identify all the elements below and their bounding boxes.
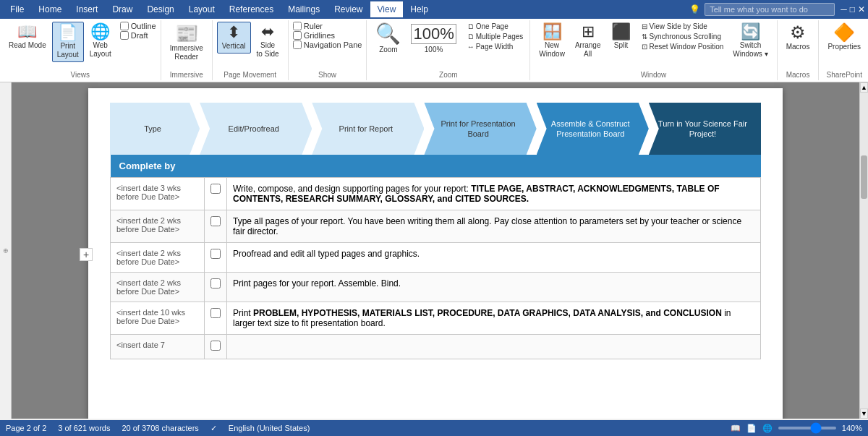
page-count: Page 2 of 2: [6, 424, 46, 433]
checkbox-3[interactable]: [210, 249, 221, 259]
vertical-button[interactable]: ⬍ Vertical: [217, 22, 251, 54]
check-cell-3[interactable]: [205, 243, 227, 273]
tab-review[interactable]: Review: [327, 1, 370, 17]
tab-file[interactable]: File: [3, 1, 31, 17]
multiple-pages-button[interactable]: 🗋 Multiple Pages: [465, 32, 526, 41]
zoom-group-label: Zoom: [439, 69, 458, 79]
new-window-label: NewWindow: [539, 41, 565, 59]
gridlines-check[interactable]: Gridlines: [293, 31, 362, 40]
checklist-table: Complete by <insert date 3 wks before Du…: [110, 155, 761, 359]
ribbon-group-sharepoint: 🔶 Properties SharePoint: [819, 20, 868, 80]
minimize-icon[interactable]: ─: [841, 4, 847, 14]
status-bar: Page 2 of 2 3 of 621 words 20 of 3708 ch…: [0, 420, 868, 436]
ruler-check[interactable]: Ruler: [293, 22, 362, 30]
scroll-thumb[interactable]: [861, 155, 867, 199]
step-print-report: Print for Report: [312, 103, 424, 155]
side-to-side-button[interactable]: ⬌ Sideto Side: [252, 22, 284, 61]
close-icon[interactable]: ✕: [858, 4, 865, 14]
table-row: <insert date 2 wks before Due Date> Type…: [111, 210, 761, 243]
reset-window-button[interactable]: ⊡ Reset Window Position: [639, 42, 726, 51]
new-window-button[interactable]: 🪟 NewWindow: [535, 22, 569, 61]
ribbon-search-area: 💡: [689, 3, 835, 16]
add-row-button[interactable]: +: [80, 248, 93, 261]
print-layout-label: PrintLayout: [57, 42, 79, 59]
check-cell-6[interactable]: [205, 335, 227, 359]
properties-icon: 🔶: [833, 24, 855, 41]
tab-references[interactable]: References: [222, 1, 281, 17]
checkbox-5[interactable]: [210, 308, 221, 318]
read-mode-button[interactable]: 📖 Read Mode: [4, 22, 51, 52]
outline-check[interactable]: Outline: [120, 22, 156, 30]
tab-view[interactable]: View: [370, 1, 404, 17]
draft-check[interactable]: Draft: [120, 31, 156, 40]
search-input[interactable]: [705, 3, 835, 16]
switch-windows-button[interactable]: 🔄 SwitchWindows ▾: [728, 22, 772, 61]
check-cell-2[interactable]: [205, 210, 227, 243]
ribbon-group-zoom: 🔍 Zoom 100% 100% 🗋 One Page 🗋 Multiple P…: [367, 20, 530, 80]
zoom-icon: 🔍: [375, 24, 401, 44]
check-cell-4[interactable]: [205, 273, 227, 302]
ribbon-group-window: 🪟 NewWindow ⊞ ArrangeAll ⬛ Split ⊟ View …: [530, 20, 777, 80]
vertical-scrollbar[interactable]: ▲ ▼: [859, 82, 868, 419]
scroll-down-arrow[interactable]: ▼: [860, 409, 868, 419]
ribbon-group-immersive: 📰 ImmersiveReader Immersive: [161, 20, 213, 80]
check-cell-1[interactable]: [205, 178, 227, 210]
synchronous-scrolling-button[interactable]: ⇅ Synchronous Scrolling: [639, 32, 726, 41]
page-width-button[interactable]: ↔ Page Width: [465, 42, 526, 51]
new-window-icon: 🪟: [542, 24, 562, 40]
zoom-button[interactable]: 🔍 Zoom: [371, 22, 405, 56]
tab-layout[interactable]: Layout: [182, 1, 222, 17]
view-mode-print-icon[interactable]: 📄: [746, 424, 757, 433]
zoom-slider[interactable]: [778, 427, 836, 429]
step-assemble: Assemble & Construct Presentation Board: [537, 103, 649, 155]
macros-button[interactable]: ⚙ Macros: [782, 22, 814, 54]
checkbox-2[interactable]: [210, 216, 221, 226]
navigation-pane-check[interactable]: Navigation Pane: [293, 40, 362, 49]
zoom-100-button[interactable]: 100% 100%: [407, 22, 460, 56]
sync-scroll-icon: ⇅: [642, 33, 647, 40]
tab-insert[interactable]: Insert: [69, 1, 105, 17]
window-group-label: Window: [641, 69, 667, 79]
status-left: Page 2 of 2 3 of 621 words 20 of 3708 ch…: [6, 424, 310, 433]
view-mode-read-icon[interactable]: 📖: [731, 424, 741, 433]
side-by-side-icon: ⊟: [642, 22, 647, 30]
properties-label: Properties: [827, 43, 861, 51]
one-page-icon: 🗋: [467, 22, 475, 30]
views-group-label: Views: [71, 69, 90, 79]
view-side-by-side-button[interactable]: ⊟ View Side by Side: [639, 22, 726, 31]
immersive-reader-button[interactable]: 📰 ImmersiveReader: [166, 22, 208, 64]
tab-design[interactable]: Design: [140, 1, 181, 17]
page: + Type Edit/Proofread Print for Report: [88, 88, 783, 419]
date-cell-2: <insert date 2 wks before Due Date>: [111, 210, 205, 243]
print-layout-button[interactable]: 📄 PrintLayout: [52, 22, 84, 62]
table-header: Complete by: [111, 155, 761, 178]
read-mode-label: Read Mode: [9, 41, 46, 50]
multiple-pages-icon: 🗋: [467, 33, 475, 40]
zoom-100-label: 100%: [425, 46, 443, 54]
checkbox-1[interactable]: [210, 184, 221, 194]
language-label: English (United States): [229, 424, 310, 433]
content-cell-4: Print pages for your report. Assemble. B…: [227, 273, 761, 302]
arrange-all-button[interactable]: ⊞ ArrangeAll: [571, 22, 605, 61]
tab-help[interactable]: Help: [403, 1, 435, 17]
immersive-group-label: Immersive: [170, 69, 203, 79]
split-button[interactable]: ⬛ Split: [606, 22, 635, 52]
tab-home[interactable]: Home: [31, 1, 69, 17]
scroll-track[interactable]: [860, 93, 868, 409]
date-cell-5: <insert date 10 wks before Due Date>: [111, 302, 205, 335]
one-page-button[interactable]: 🗋 One Page: [465, 22, 526, 31]
restore-icon[interactable]: □: [850, 4, 855, 14]
view-mode-web-icon[interactable]: 🌐: [762, 424, 773, 433]
properties-button[interactable]: 🔶 Properties: [823, 22, 865, 54]
tab-mailings[interactable]: Mailings: [281, 1, 327, 17]
print-layout-icon: 📄: [58, 25, 77, 40]
tab-draw[interactable]: Draw: [105, 1, 140, 17]
date-cell-3: <insert date 2 wks before Due Date>: [111, 243, 205, 273]
checkbox-4[interactable]: [210, 278, 221, 288]
content-cell-5: Print PROBLEM, HYPOTHESIS, MATERIALS LIS…: [227, 302, 761, 335]
arrange-all-icon: ⊞: [582, 24, 595, 40]
checkbox-6[interactable]: [210, 341, 221, 351]
web-layout-button[interactable]: 🌐 WebLayout: [85, 22, 116, 61]
check-cell-5[interactable]: [205, 302, 227, 335]
scroll-up-arrow[interactable]: ▲: [860, 82, 868, 93]
